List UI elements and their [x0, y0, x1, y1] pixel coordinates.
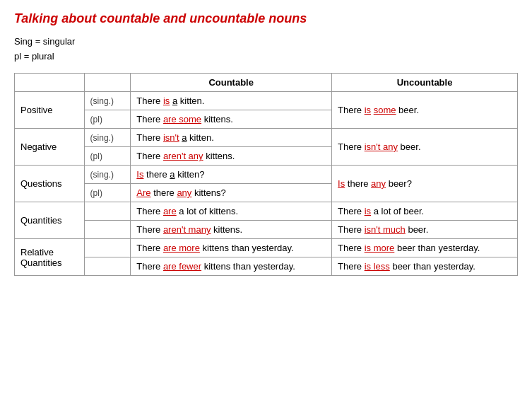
table-row: There aren't many kittens. There isn't m… — [15, 221, 518, 239]
category-negative: Negative — [15, 129, 85, 166]
page-title: Talking about countable and uncountable … — [14, 11, 518, 26]
cell-negative-sing-countable: There isn't a kitten. — [131, 129, 332, 147]
table-row: There are fewer kittens than yesterday. … — [15, 257, 518, 276]
table-row: Relative Quantities There are more kitte… — [15, 239, 518, 257]
form-empty-rq2 — [84, 257, 131, 276]
cell-questions-pl-countable: Are there any kittens? — [131, 184, 332, 202]
header-uncountable: Uncountable — [332, 74, 518, 92]
cell-positive-sing-countable: There is a kitten. — [131, 92, 332, 110]
cell-quantities-2-countable: There aren't many kittens. — [131, 221, 332, 239]
cell-negative-pl-countable: There aren't any kittens. — [131, 147, 332, 166]
category-quantities: Quantities — [15, 202, 85, 239]
table-row: Negative (sing.) There isn't a kitten. T… — [15, 129, 518, 147]
table-row: Quantities There are a lot of kittens. T… — [15, 202, 518, 221]
cell-positive-pl-countable: There are some kittens. — [131, 110, 332, 129]
cell-questions-sing-countable: Is there a kitten? — [131, 166, 332, 184]
form-pl-q: (pl) — [84, 184, 131, 202]
category-questions: Questions — [15, 166, 85, 202]
form-empty-q1 — [84, 202, 131, 221]
cell-negative-uncountable: There isn't any beer. — [332, 129, 518, 166]
main-table: Countable Uncountable Positive (sing.) T… — [14, 73, 518, 276]
cell-relative-2-countable: There are fewer kittens than yesterday. — [131, 257, 332, 276]
cell-quantities-1-uncountable: There is a lot of beer. — [332, 202, 518, 221]
legend-sing: Sing = singular — [14, 36, 518, 47]
form-empty-q2 — [84, 221, 131, 239]
cell-positive-uncountable: There is some beer. — [332, 92, 518, 129]
table-row: Questions (sing.) Is there a kitten? Is … — [15, 166, 518, 184]
header-empty-2 — [84, 74, 131, 92]
legend-pl: pl = plural — [14, 51, 518, 62]
cell-questions-uncountable: Is there any beer? — [332, 166, 518, 202]
form-sing: (sing.) — [84, 92, 131, 110]
form-sing-neg: (sing.) — [84, 129, 131, 147]
form-sing-q: (sing.) — [84, 166, 131, 184]
cell-relative-1-uncountable: There is more beer than yesterday. — [332, 239, 518, 257]
header-countable: Countable — [131, 74, 332, 92]
cell-quantities-1-countable: There are a lot of kittens. — [131, 202, 332, 221]
category-relative-quantities: Relative Quantities — [15, 239, 85, 276]
cell-quantities-2-uncountable: There isn't much beer. — [332, 221, 518, 239]
cell-relative-1-countable: There are more kittens than yesterday. — [131, 239, 332, 257]
cell-relative-2-uncountable: There is less beer than yesterday. — [332, 257, 518, 276]
form-empty-rq1 — [84, 239, 131, 257]
table-row: Positive (sing.) There is a kitten. Ther… — [15, 92, 518, 110]
category-positive: Positive — [15, 92, 85, 129]
form-pl-neg: (pl) — [84, 147, 131, 166]
header-empty-1 — [15, 74, 85, 92]
form-pl: (pl) — [84, 110, 131, 129]
